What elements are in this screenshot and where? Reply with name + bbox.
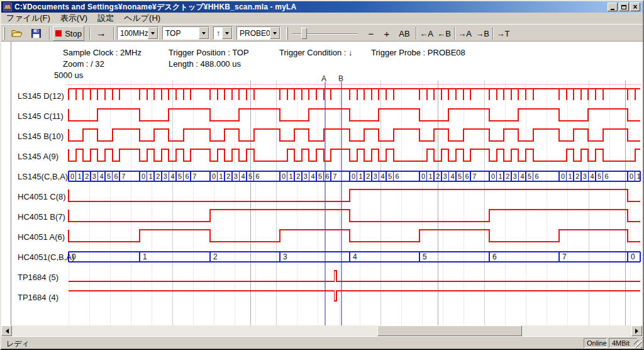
run-button[interactable]: → <box>93 26 109 41</box>
sample-clock-value: 100MHz <box>118 27 148 39</box>
close-icon: × <box>633 4 637 10</box>
svg-text:4: 4 <box>241 172 245 180</box>
goto-cursor-a-button[interactable]: ←A <box>418 26 435 41</box>
menu-item-2[interactable]: 設定 <box>92 12 119 25</box>
svg-text:6: 6 <box>326 172 330 180</box>
svg-text:5: 5 <box>528 172 531 180</box>
sample-clock-dropdown-button[interactable] <box>148 27 158 39</box>
svg-text:3: 3 <box>374 172 377 180</box>
svg-text:6: 6 <box>396 172 399 180</box>
trigger-position-dropdown-button[interactable] <box>199 27 209 39</box>
window-title: C:¥Documents and Settings¥noname¥デスクトップ¥… <box>14 2 296 13</box>
waveform-client-area: Sample Clock : 2MHz Trigger Position : T… <box>1 42 643 325</box>
svg-text:1: 1 <box>219 172 223 180</box>
svg-text:5: 5 <box>248 172 252 180</box>
svg-text:2: 2 <box>213 252 218 261</box>
svg-text:3: 3 <box>304 172 308 180</box>
svg-text:4: 4 <box>520 172 524 180</box>
chevron-down-icon <box>273 32 277 37</box>
zoom-slider-thumb[interactable] <box>301 28 307 39</box>
stop-button[interactable]: Stop <box>53 26 84 41</box>
waveform-plot[interactable]: 0123456701234567012345601234567012345601… <box>1 42 643 325</box>
minimize-icon <box>611 9 614 10</box>
close-button[interactable]: × <box>630 3 640 11</box>
svg-text:3: 3 <box>164 172 167 180</box>
svg-text:5: 5 <box>178 172 182 180</box>
channel-label-7: HC4051 A(6) <box>18 232 65 242</box>
horizontal-scrollbar[interactable] <box>1 325 643 336</box>
svg-text:0: 0 <box>421 172 425 180</box>
svg-text:1: 1 <box>149 172 153 180</box>
svg-text:4: 4 <box>170 172 174 180</box>
channel-label-1: LS145 C(11) <box>18 111 64 121</box>
channel-label-6: HC4051 B(7) <box>18 212 65 222</box>
channel-label-4: LS145(C,B,A) <box>18 172 68 181</box>
svg-text:2: 2 <box>85 172 89 180</box>
chevron-down-icon <box>151 32 155 37</box>
trigger-probe-value: PROBE00 <box>237 27 270 39</box>
svg-text:5: 5 <box>597 172 601 180</box>
sample-clock-combo[interactable]: 100MHz <box>117 26 158 40</box>
toolbar-separator <box>454 27 455 40</box>
scroll-left-button[interactable] <box>1 325 12 336</box>
svg-text:3: 3 <box>234 172 238 180</box>
zoom-slider[interactable] <box>292 26 358 41</box>
svg-text:5: 5 <box>388 172 392 180</box>
svg-text:3: 3 <box>583 172 587 180</box>
svg-text:0: 0 <box>212 172 216 180</box>
svg-text:0: 0 <box>70 172 74 180</box>
svg-text:6: 6 <box>535 172 539 180</box>
trigger-probe-dropdown-button[interactable] <box>270 27 280 39</box>
svg-text:0: 0 <box>282 172 286 180</box>
svg-text:4: 4 <box>353 252 357 261</box>
set-cursor-a-button[interactable]: →A <box>457 26 473 41</box>
minimize-button[interactable] <box>608 3 618 11</box>
svg-text:2: 2 <box>296 172 300 180</box>
svg-text:3: 3 <box>443 172 447 180</box>
svg-text:1: 1 <box>359 172 363 180</box>
title-bar[interactable]: C:¥Documents and Settings¥noname¥デスクトップ¥… <box>1 1 643 13</box>
svg-text:1: 1 <box>78 172 82 180</box>
zoom-out-button[interactable]: − <box>364 26 379 41</box>
maximize-icon <box>621 5 626 9</box>
toolbar-gripper[interactable] <box>3 27 5 40</box>
goto-cursor-b-button[interactable]: ←B <box>436 26 452 41</box>
svg-text:1: 1 <box>637 172 641 180</box>
trigger-edge-combo[interactable]: ↑ <box>213 26 233 40</box>
trigger-position-combo[interactable]: TOP <box>162 26 209 40</box>
svg-text:1: 1 <box>499 172 502 180</box>
resize-grip[interactable] <box>634 340 642 348</box>
trigger-probe-combo[interactable]: PROBE00 <box>236 26 280 40</box>
scroll-right-button[interactable] <box>631 325 642 336</box>
svg-text:6: 6 <box>605 172 609 180</box>
app-icon <box>3 3 12 11</box>
menu-item-1[interactable]: 表示(V) <box>55 12 92 25</box>
toolbar-separator <box>49 27 50 40</box>
svg-text:4: 4 <box>590 172 594 180</box>
svg-text:1: 1 <box>289 172 293 180</box>
zoom-in-button[interactable]: + <box>379 26 394 41</box>
set-cursor-b-button[interactable]: →B <box>474 26 491 41</box>
svg-text:7: 7 <box>562 252 567 261</box>
toolbar-gripper[interactable] <box>286 27 288 40</box>
zoom-ab-button[interactable]: AB <box>396 26 413 41</box>
maximize-button[interactable] <box>619 3 629 11</box>
goto-trigger-button[interactable]: →T <box>495 26 511 41</box>
save-button[interactable] <box>28 26 44 41</box>
svg-text:7: 7 <box>472 172 476 180</box>
svg-text:5: 5 <box>458 172 462 180</box>
toolbar: Stop → 100MHz TOP ↑ PROBE00 − + AB <box>1 24 643 42</box>
channel-label-10: TP1684 (4) <box>18 293 58 302</box>
menu-item-3[interactable]: ヘルプ(H) <box>119 12 165 25</box>
toolbar-separator <box>113 27 114 40</box>
svg-text:4: 4 <box>450 172 454 180</box>
open-file-button[interactable] <box>9 26 25 41</box>
chevron-down-icon <box>225 32 229 37</box>
svg-text:0: 0 <box>352 172 355 180</box>
trigger-edge-dropdown-button[interactable] <box>222 27 232 39</box>
app-window: C:¥Documents and Settings¥noname¥デスクトップ¥… <box>0 0 644 350</box>
scrollbar-thumb[interactable] <box>377 325 522 336</box>
svg-text:4: 4 <box>99 172 103 180</box>
svg-text:2: 2 <box>506 172 509 180</box>
menu-item-0[interactable]: ファイル(F) <box>1 12 55 25</box>
